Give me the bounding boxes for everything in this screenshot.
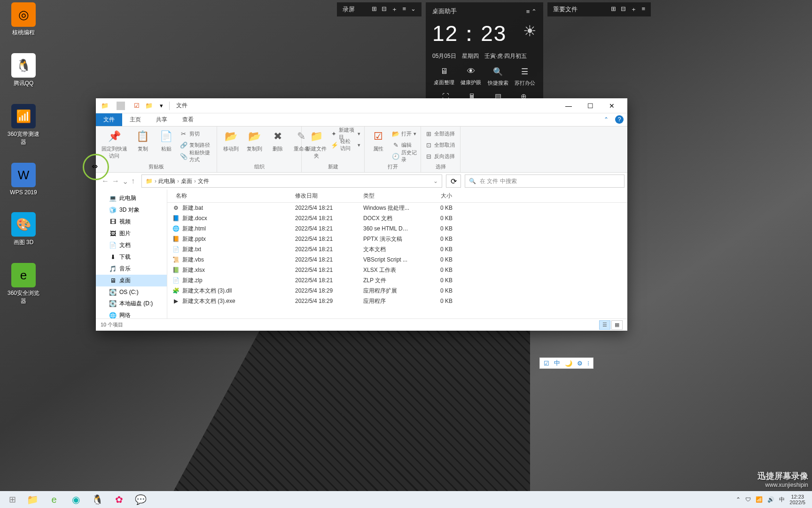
desktop-icon[interactable]: e360安全浏览器 — [5, 263, 42, 305]
invertsel-button[interactable]: ⊟反向选择 — [425, 151, 455, 161]
nav-item[interactable]: 🎞视频 — [96, 216, 167, 228]
grid-icon[interactable]: ⊞ — [611, 5, 616, 14]
selectnone-button[interactable]: ⊡全部取消 — [425, 140, 455, 150]
col-name[interactable]: 名称 — [167, 192, 290, 200]
open-button[interactable]: 📂打开▾ — [392, 128, 417, 139]
widget-screen-record[interactable]: 录屏 ⊞ ⊟ ＋ ≡ ⌄ — [337, 2, 422, 16]
folder-icon[interactable]: 📁 — [145, 102, 153, 110]
nav-item[interactable]: 🖥桌面 — [96, 275, 167, 286]
details-view-button[interactable]: ☰ — [599, 320, 610, 330]
dropdown-icon[interactable]: ▾ — [157, 102, 165, 110]
file-row[interactable]: 📜新建.vbs2022/5/4 18:21VBScript Script ...… — [167, 254, 627, 265]
paste-shortcut-button[interactable]: 📎粘贴快捷方式 — [180, 151, 213, 161]
taskbar[interactable]: ⊞ 📁 e ◉ 🐧 ✿ 💬 ⌃ 🛡 📶 🔊 中 12:23 2022/5 — [0, 491, 812, 508]
titlebar[interactable]: 📁 ☑ 📁 ▾ 文件 — ☐ ✕ — [96, 98, 627, 113]
nav-item[interactable]: 💻此电脑 — [96, 192, 167, 204]
desktop-icon[interactable]: 📶360宽带测速器 — [5, 104, 42, 146]
easyaccess-button[interactable]: ⚡轻松访问▾ — [331, 140, 360, 150]
plus-icon[interactable]: ＋ — [391, 5, 398, 14]
file-row[interactable]: 📘新建.docx2022/5/4 18:21DOCX 文档0 KB — [167, 213, 627, 223]
widget-important-files[interactable]: 重要文件 ⊞ ⊟ ＋ ≡ — [547, 2, 651, 16]
plus-icon[interactable]: ＋ — [631, 5, 637, 14]
moon-icon[interactable]: 🌙 — [565, 360, 572, 367]
refresh-button[interactable]: ⟳ — [446, 175, 461, 188]
tray-wifi-icon[interactable]: 📶 — [756, 496, 763, 503]
edit-button[interactable]: ✎编辑 — [392, 140, 417, 150]
grid-icon[interactable]: ⊞ — [372, 5, 377, 14]
file-row[interactable]: 📄新建.zlp2022/5/4 18:21ZLP 文件0 KB — [167, 275, 627, 286]
nav-pane[interactable]: 💻此电脑🧊3D 对象🎞视频🖼图片📄文档⬇下载🎵音乐🖥桌面💽OS (C:)💽本地磁… — [96, 190, 167, 318]
file-row[interactable]: 📄新建.txt2022/5/4 18:21文本文档0 KB — [167, 244, 627, 254]
menu-icon[interactable]: ≡ — [641, 5, 645, 14]
breadcrumb[interactable]: 📁 › 此电脑 › 桌面 › 文件 ⌄ — [141, 175, 442, 188]
desktop-icon[interactable]: 🎨画图 3D — [5, 212, 42, 246]
col-date[interactable]: 修改日期 — [290, 192, 359, 200]
tab-share[interactable]: 共享 — [148, 113, 175, 126]
widget-desktop-assistant[interactable]: 桌面助手 ≡ ⌃ 12：23 ☀ 05月05日 星期四 壬寅·虎·四月初五 🖥桌… — [426, 2, 543, 106]
desktop-icon[interactable]: ◎核桃编程 — [5, 2, 42, 37]
nav-item[interactable]: ⬇下载 — [96, 251, 167, 263]
nav-item[interactable]: 📄文档 — [96, 239, 167, 251]
assist-tool[interactable]: ☰苏打办公 — [513, 67, 537, 87]
taskbar-360[interactable]: ◉ — [65, 491, 86, 508]
col-size[interactable]: 大小 — [415, 192, 457, 200]
taskbar-browser[interactable]: e — [43, 491, 65, 508]
history-button[interactable]: 🕘历史记录 — [392, 151, 417, 161]
nav-forward-button[interactable]: → — [112, 177, 119, 186]
collapse-ribbon-icon[interactable]: ⌃ — [602, 115, 610, 124]
search-input[interactable]: 🔍 在 文件 中搜索 — [465, 175, 625, 188]
desktop-icon[interactable]: WWPS 2019 — [5, 163, 42, 196]
file-row[interactable]: 🧩新建文本文档 (3).dll2022/5/4 18:29应用程序扩展0 KB — [167, 286, 627, 296]
nav-up-button[interactable]: ↑ — [131, 177, 135, 186]
tray-volume-icon[interactable]: 🔊 — [767, 496, 774, 503]
file-row[interactable]: 📗新建.xlsx2022/5/4 18:21XLSX 工作表0 KB — [167, 265, 627, 275]
breadcrumb-item[interactable]: 此电脑 — [158, 177, 175, 185]
menu-icon[interactable]: ≡ — [526, 8, 530, 15]
nav-item[interactable]: 🧊3D 对象 — [96, 204, 167, 216]
properties-icon[interactable]: ☑ — [133, 102, 141, 110]
tray-security-icon[interactable]: 🛡 — [745, 496, 751, 503]
breadcrumb-item[interactable]: 文件 — [198, 177, 209, 185]
maximize-button[interactable]: ☐ — [579, 98, 601, 113]
tab-home[interactable]: 主页 — [122, 113, 148, 126]
newfolder-button[interactable]: 📁新建文件夹 — [305, 128, 327, 159]
nav-item[interactable]: 🌐网络 — [96, 310, 167, 318]
taskbar-wechat[interactable]: 💬 — [130, 491, 151, 508]
nav-item[interactable]: 💽本地磁盘 (D:) — [96, 298, 167, 310]
layout-icon[interactable]: ⊟ — [382, 5, 387, 14]
settings-icon[interactable]: ⁝ — [587, 360, 589, 367]
menu-icon[interactable]: ≡ — [402, 5, 406, 14]
cut-button[interactable]: ✂剪切 — [180, 128, 213, 139]
close-button[interactable]: ✕ — [601, 98, 623, 113]
taskbar-qq[interactable]: 🐧 — [86, 491, 108, 508]
ime-toolbar[interactable]: ☑ 中 🌙 ⚙ ⁝ — [539, 357, 593, 369]
copy-path-button[interactable]: 🔗复制路径 — [180, 140, 213, 150]
minimize-button[interactable]: — — [558, 98, 579, 113]
chevron-down-icon[interactable]: ⌄ — [433, 178, 438, 184]
taskbar-explorer[interactable]: 📁 — [22, 491, 43, 508]
selectall-button[interactable]: ⊞全部选择 — [425, 128, 455, 139]
file-row[interactable]: 🌐新建.html2022/5/4 18:21360 se HTML Do...0… — [167, 223, 627, 234]
taskbar-app1[interactable]: ✿ — [108, 491, 130, 508]
paste-button[interactable]: 📄粘贴 — [156, 128, 176, 152]
chevron-up-icon[interactable]: ⌃ — [531, 8, 537, 15]
nav-recent-button[interactable]: ⌄ — [122, 177, 128, 186]
ime-lang[interactable]: 中 — [554, 359, 560, 367]
layout-icon[interactable]: ⊟ — [621, 5, 626, 14]
assist-tool[interactable]: 🔍快捷搜索 — [486, 67, 510, 87]
delete-button[interactable]: ✖删除 — [268, 128, 288, 152]
help-icon[interactable]: ? — [615, 115, 624, 124]
file-row[interactable]: ⚙新建.bat2022/5/4 18:21Windows 批处理...0 KB — [167, 203, 627, 213]
tray-expand-icon[interactable]: ⌃ — [736, 496, 741, 503]
file-row[interactable]: 📙新建.pptx2022/5/4 18:21PPTX 演示文稿0 KB — [167, 234, 627, 244]
ime-check-icon[interactable]: ☑ — [544, 360, 549, 367]
breadcrumb-item[interactable]: 桌面 — [181, 177, 192, 185]
assist-tool[interactable]: 🖥桌面整理 — [432, 67, 456, 87]
properties-button[interactable]: ☑属性 — [368, 128, 388, 152]
nav-back-button[interactable]: ← — [102, 177, 109, 186]
gear-icon[interactable]: ⚙ — [577, 360, 583, 367]
start-button[interactable]: ⊞ — [3, 491, 22, 508]
icons-view-button[interactable]: ▦ — [611, 320, 623, 330]
desktop-icon[interactable]: 🐧腾讯QQ — [5, 53, 42, 87]
tray-ime[interactable]: 中 — [779, 496, 785, 504]
